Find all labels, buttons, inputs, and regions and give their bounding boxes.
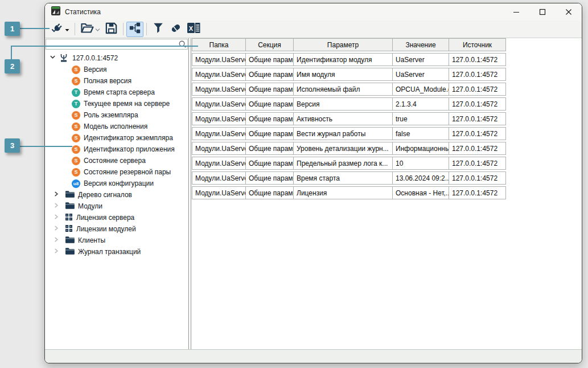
chevron-right-icon[interactable] <box>54 202 59 210</box>
toolbar-separator <box>146 23 147 35</box>
titlebar[interactable]: Статистика <box>45 3 582 21</box>
toolbar: X <box>45 21 582 38</box>
table-row[interactable]: Модули.UaServerОбщие парамет...Уровень д… <box>192 142 582 155</box>
tree-item[interactable]: u8Версия конфигурации <box>45 178 188 189</box>
table-cell: Общие парамет... <box>245 97 294 111</box>
statusbar <box>45 349 582 363</box>
table-cell: Модули.UaServer <box>192 171 246 185</box>
license-grid-icon <box>65 224 73 234</box>
table-cell: OPCUA_Module.dll <box>392 83 449 96</box>
tree-item[interactable]: SРоль экземпляра <box>45 109 188 121</box>
open-button[interactable] <box>78 22 102 37</box>
tree-item[interactable]: SИдентификатор экземпляра <box>45 132 188 144</box>
table-cell: Информационны... <box>392 142 449 155</box>
tree-item-label: Идентификатор экземпляра <box>84 134 173 142</box>
tree-item[interactable]: SСостояние резервной пары <box>45 166 188 178</box>
filter-icon <box>152 22 165 36</box>
app-icon <box>51 6 60 18</box>
export-excel-button[interactable]: X <box>184 22 203 37</box>
content-area: 127.0.0.1:4572 SВерсияSПолная версияTВре… <box>45 38 582 349</box>
column-header[interactable]: Значение <box>392 38 449 51</box>
table-cell: 2.1.3.4 <box>392 97 449 111</box>
tree-item-label: Модель исполнения <box>84 122 147 130</box>
tree-item-label: Полная версия <box>84 77 131 85</box>
tree-item[interactable]: SИдентификатор приложения <box>45 144 188 155</box>
filter-button[interactable] <box>150 22 167 37</box>
table-row[interactable]: Модули.UaServerОбщие парамет...ЛицензияО… <box>192 186 582 199</box>
dropdown-caret-icon <box>65 24 69 34</box>
chevron-right-icon[interactable] <box>54 214 59 222</box>
table-cell: 127.0.0.1:4572 <box>449 83 506 96</box>
folder-icon <box>65 236 75 246</box>
tree-item[interactable]: TТекущее время на сервере <box>45 98 188 109</box>
type-badge-icon: S <box>72 66 80 74</box>
tree-item-label: Версия <box>84 66 107 73</box>
table-cell: 127.0.0.1:4572 <box>449 97 506 111</box>
tree-item[interactable]: Дерево сигналов <box>45 189 188 201</box>
tree-search-box[interactable] <box>46 39 188 50</box>
chevron-down-icon[interactable] <box>50 54 56 62</box>
type-badge-icon: S <box>72 157 80 165</box>
table-cell: Модули.UaServer <box>192 127 246 140</box>
save-button[interactable] <box>102 22 120 37</box>
maximize-icon[interactable] <box>529 3 556 21</box>
table-row[interactable]: Модули.UaServerОбщие парамет...Исполняем… <box>192 83 582 96</box>
tree-item[interactable]: Модули <box>45 201 188 212</box>
chevron-right-icon[interactable] <box>54 225 59 233</box>
column-header[interactable]: Папка <box>192 38 246 51</box>
tree-item-label: Лицензии модулей <box>76 225 136 233</box>
minimize-icon[interactable] <box>503 3 529 21</box>
tree-item[interactable]: Лицензия сервера <box>45 212 188 223</box>
toolbar-separator <box>123 23 124 35</box>
clear-button[interactable] <box>167 22 184 37</box>
chevron-right-icon[interactable] <box>54 236 59 244</box>
table-cell: UaServer <box>392 68 449 81</box>
tree-item[interactable]: Клиенты <box>45 235 188 246</box>
table-row[interactable]: Модули.UaServerОбщие парамет...Вести жур… <box>192 127 582 140</box>
table-cell: Уровень детализации журн... <box>293 142 393 155</box>
callout-line-3 <box>20 146 72 147</box>
chevron-right-icon[interactable] <box>54 191 59 199</box>
tree-item-label: Лицензия сервера <box>76 214 134 222</box>
table-cell: Общие парамет... <box>245 68 294 81</box>
tree-view-button[interactable] <box>126 22 143 37</box>
table-row[interactable]: Модули.UaServerОбщие парамет...Предельны… <box>192 157 582 170</box>
tree-search-input[interactable] <box>46 40 177 48</box>
table-cell: 127.0.0.1:4572 <box>449 142 506 155</box>
tree-item[interactable]: Лицензии модулей <box>45 223 188 235</box>
tree-item-label: Время старта сервера <box>84 88 155 96</box>
table-cell: true <box>392 112 449 125</box>
callout-line-1 <box>20 28 50 29</box>
table-cell: Основная - Нет,... <box>392 186 449 199</box>
tree-item[interactable]: SСостояние сервера <box>45 155 188 166</box>
table-row[interactable]: Модули.UaServerОбщие парамет...Идентифик… <box>192 53 582 66</box>
column-header[interactable]: Секция <box>245 38 294 51</box>
tree-item-label: Журнал транзакций <box>78 248 141 256</box>
type-badge-icon: u8 <box>72 179 80 188</box>
column-header[interactable]: Источник <box>449 38 506 51</box>
table-cell: Общие парамет... <box>245 171 294 185</box>
table-row[interactable]: Модули.UaServerОбщие парамет...Активност… <box>192 112 582 125</box>
folder-icon <box>65 247 75 257</box>
close-icon[interactable] <box>556 3 582 21</box>
connect-button[interactable] <box>48 22 72 37</box>
tree-item-label: Версия конфигурации <box>84 179 154 187</box>
tree-item[interactable]: SВерсия <box>45 64 188 75</box>
table-row[interactable]: Модули.UaServerОбщие парамет...Время ста… <box>192 171 582 185</box>
table-cell: Модули.UaServer <box>192 97 246 111</box>
table-row[interactable]: Модули.UaServerОбщие парамет...Версия2.1… <box>192 97 582 111</box>
column-header[interactable]: Параметр <box>293 38 393 51</box>
callout-2: 2 <box>5 59 20 73</box>
tree-item[interactable]: TВремя старта сервера <box>45 87 188 98</box>
table-cell: Время старта <box>293 171 393 185</box>
table-cell: Модули.UaServer <box>192 142 246 155</box>
table-cell: Общие парамет... <box>245 83 294 96</box>
table-cell: Активность <box>293 112 393 125</box>
tree-item[interactable]: SПолная версия <box>45 75 188 87</box>
chevron-right-icon[interactable] <box>54 248 59 256</box>
tree-item[interactable]: SМодель исполнения <box>45 121 188 132</box>
table-row[interactable]: Модули.UaServerОбщие парамет...Имя модул… <box>192 68 582 81</box>
tree-root-server[interactable]: 127.0.0.1:4572 <box>45 52 188 64</box>
server-icon <box>59 53 69 64</box>
tree-item[interactable]: Журнал транзакций <box>45 246 188 257</box>
